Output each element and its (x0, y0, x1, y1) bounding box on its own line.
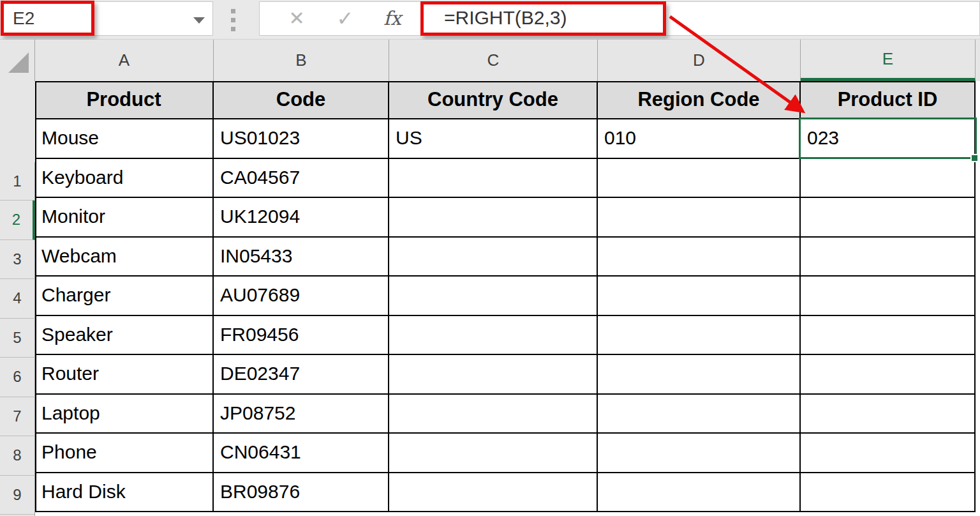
column-header-e[interactable]: E (801, 40, 976, 81)
formula-input[interactable]: =RIGHT(B2,3) (444, 1, 567, 34)
cell-E8[interactable] (801, 355, 976, 395)
select-all-button[interactable] (0, 40, 35, 81)
cell-B4[interactable]: UK12094 (214, 198, 389, 238)
cell-C7[interactable] (389, 316, 598, 356)
cell-E2[interactable]: 023 (801, 119, 976, 159)
cell-C8[interactable] (389, 355, 598, 395)
cell-B3[interactable]: CA04567 (214, 159, 389, 199)
cell-B2[interactable]: US01023 (214, 119, 389, 159)
fill-handle[interactable] (970, 154, 979, 162)
row-header-9[interactable]: 9 (0, 476, 35, 515)
cell-E10[interactable] (801, 434, 976, 473)
cell-D1[interactable]: Region Code (598, 81, 801, 119)
cell-B11[interactable]: BR09876 (214, 473, 389, 513)
cell-D4[interactable] (598, 198, 801, 238)
cell-D5[interactable] (598, 238, 801, 277)
cell-E6[interactable] (801, 277, 976, 316)
name-box-dropdown-icon[interactable] (193, 17, 205, 24)
cell-E5[interactable] (801, 238, 976, 277)
cell-E1[interactable]: Product ID (801, 81, 976, 119)
cell-C2[interactable]: US (389, 119, 598, 159)
cell-A4[interactable]: Monitor (35, 198, 214, 238)
cell-A7[interactable]: Speaker (35, 316, 214, 356)
row-header-7[interactable]: 7 (0, 397, 35, 437)
cell-B10[interactable]: CN06431 (214, 434, 389, 473)
cell-D9[interactable] (598, 395, 801, 434)
row-header-2[interactable]: 2 (0, 201, 35, 240)
formula-bar-drag-handle[interactable] (231, 9, 236, 32)
name-box-value[interactable]: E2 (13, 2, 34, 35)
column-header-c[interactable]: C (389, 40, 598, 81)
cell-B9[interactable]: JP08752 (214, 395, 389, 434)
cell-C1[interactable]: Country Code (389, 81, 598, 119)
row-header-6[interactable]: 6 (0, 358, 35, 397)
column-header-b[interactable]: B (214, 40, 389, 81)
cell-C6[interactable] (389, 277, 598, 316)
cell-E4[interactable] (801, 198, 976, 238)
cell-E11[interactable] (801, 473, 976, 513)
insert-function-fx-icon[interactable]: fx (378, 2, 406, 35)
cell-B8[interactable]: DE02347 (214, 355, 389, 395)
row-header-3[interactable]: 3 (0, 240, 35, 280)
row-header-4[interactable]: 4 (0, 279, 35, 319)
column-header-strip: ABCDE (0, 40, 980, 81)
cell-D10[interactable] (598, 434, 801, 473)
enter-check-icon[interactable]: ✓ (331, 2, 359, 35)
formula-bar[interactable]: ✕ ✓ fx (259, 1, 980, 36)
cell-C4[interactable] (389, 198, 598, 238)
cell-E9[interactable] (801, 395, 976, 434)
row-header-1[interactable]: 1 (0, 162, 35, 201)
cell-A3[interactable]: Keyboard (35, 159, 214, 199)
cell-A6[interactable]: Charger (35, 277, 214, 316)
cell-D11[interactable] (598, 473, 801, 513)
row-header-strip: 1234567891011 (0, 81, 35, 516)
spreadsheet-app: E2 ✕ ✓ fx =RIGHT(B2,3) ABCDE 12345678910… (0, 0, 980, 516)
cell-A5[interactable]: Webcam (35, 238, 214, 277)
select-all-triangle-icon (8, 52, 29, 73)
cell-E7[interactable] (801, 316, 976, 356)
row-header-8[interactable]: 8 (0, 436, 35, 476)
cell-D6[interactable] (598, 277, 801, 316)
cell-D7[interactable] (598, 316, 801, 356)
cell-D3[interactable] (598, 159, 801, 199)
cell-A8[interactable]: Router (35, 355, 214, 395)
cell-D8[interactable] (598, 355, 801, 395)
row-header-5[interactable]: 5 (0, 319, 35, 358)
cell-C10[interactable] (389, 434, 598, 473)
column-header-a[interactable]: A (35, 40, 214, 81)
cell-B7[interactable]: FR09456 (214, 316, 389, 356)
cell-A2[interactable]: Mouse (35, 119, 214, 159)
column-header-d[interactable]: D (598, 40, 801, 81)
cell-C11[interactable] (389, 473, 598, 513)
name-box[interactable]: E2 (2, 1, 213, 36)
cell-C5[interactable] (389, 238, 598, 277)
cell-C9[interactable] (389, 395, 598, 434)
cell-B5[interactable]: IN05433 (214, 238, 389, 277)
cell-E3[interactable] (801, 159, 976, 199)
cell-A1[interactable]: Product (35, 81, 214, 119)
cell-B1[interactable]: Code (214, 81, 389, 119)
cell-D2[interactable]: 010 (598, 119, 801, 159)
cell-A10[interactable]: Phone (35, 434, 214, 473)
cell-A11[interactable]: Hard Disk (35, 473, 214, 513)
cell-B6[interactable]: AU07689 (214, 277, 389, 316)
cell-C3[interactable] (389, 159, 598, 199)
cancel-icon[interactable]: ✕ (283, 2, 311, 35)
cell-A9[interactable]: Laptop (35, 395, 214, 434)
formula-bar-chrome: E2 ✕ ✓ fx =RIGHT(B2,3) (0, 0, 980, 40)
